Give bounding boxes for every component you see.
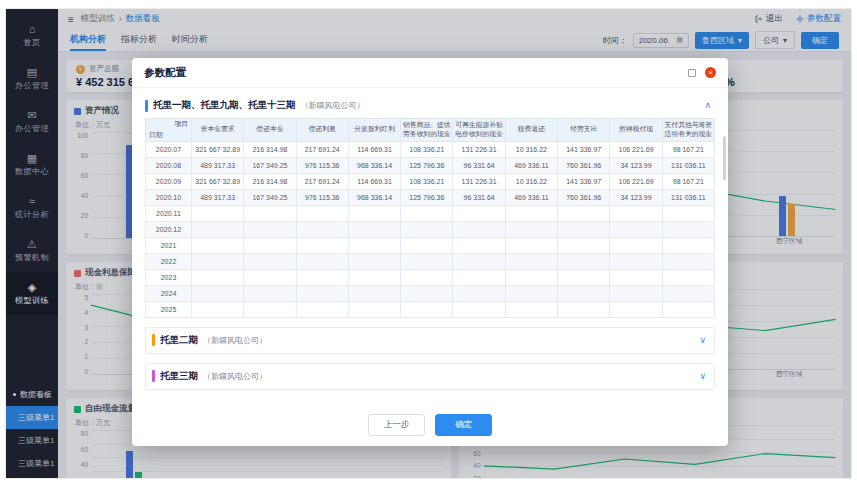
value-cell [610,269,662,285]
table-row[interactable]: 2022 [146,253,715,269]
value-cell: 114 669.31 [348,173,400,189]
value-cell [453,205,505,221]
fullscreen-icon[interactable] [688,69,696,77]
table-row[interactable]: 2025 [146,301,715,317]
value-cell [244,285,296,301]
value-cell [348,237,400,253]
value-cell: 131 226.31 [453,173,505,189]
value-cell [192,205,244,221]
value-cell [558,285,610,301]
value-cell: 489 317.33 [192,157,244,173]
value-cell [453,237,505,253]
section-title: 托里三期 [160,370,198,383]
value-cell: 976 115.36 [296,157,348,173]
value-cell: 489 317.33 [192,189,244,205]
value-cell [244,269,296,285]
value-cell: 98 167.21 [662,173,714,189]
value-cell [192,269,244,285]
value-cell [453,269,505,285]
value-cell: 167 349.25 [244,189,296,205]
value-cell [401,253,453,269]
date-cell: 2021 [146,237,192,253]
value-cell [401,269,453,285]
value-cell [401,237,453,253]
table-row[interactable]: 2020.12 [146,221,715,237]
value-cell [610,237,662,253]
column-header: 税费返还 [505,119,557,142]
chevron-up-icon[interactable]: ∧ [704,101,711,110]
value-cell: 131 036.11 [662,189,714,205]
value-cell: 968 336.14 [348,157,400,173]
value-cell [505,253,557,269]
value-cell [558,253,610,269]
value-cell: 10 316.22 [505,141,557,157]
table-corner-cell: 项目 日期 [146,119,192,142]
prev-step-button[interactable]: 上一步 [368,414,426,436]
table-header-row: 项目 日期 资本金需求 偿还本金 偿还利息 分派股利红利 销售商品、提供劳务收到… [146,119,715,142]
date-cell: 2020.10 [146,189,192,205]
value-cell [401,221,453,237]
date-cell: 2023 [146,269,192,285]
value-cell: 968 336.14 [348,189,400,205]
section-header-phase2[interactable]: 托里二期 （新疆风电公司） ∨ [145,327,715,354]
modal-confirm-button[interactable]: 确定 [435,414,492,436]
close-icon[interactable]: × [705,67,716,78]
value-cell: 96 331.64 [453,189,505,205]
section-title: 托里二期 [160,334,198,347]
modal-footer: 上一步 确定 [132,406,728,446]
value-cell [610,205,662,221]
value-cell [558,205,610,221]
value-cell [453,301,505,317]
column-header: 所得税付现 [610,119,662,142]
value-cell [453,221,505,237]
table-row[interactable]: 2020.09 321 667 32.89 216 314.98 217 691… [146,173,715,189]
column-header: 经营支出 [558,119,610,142]
value-cell: 167 349.25 [244,157,296,173]
value-cell [244,301,296,317]
value-cell: 321 667 32.89 [192,173,244,189]
table-row[interactable]: 2020.08 489 317.33 167 349.25 976 115.36… [146,157,715,173]
value-cell [505,205,557,221]
value-cell: 125 796.36 [401,157,453,173]
section-title: 托里一期、托里九期、托里十三期 [153,99,296,112]
value-cell: 131 036.11 [662,157,714,173]
value-cell [296,205,348,221]
value-cell [401,205,453,221]
section-header-phase1[interactable]: 托里一期、托里九期、托里十三期 （新疆风电公司） ∧ [145,95,715,118]
date-cell: 2020.09 [146,173,192,189]
value-cell [558,221,610,237]
value-cell [558,301,610,317]
value-cell [348,221,400,237]
date-cell: 2025 [146,301,192,317]
modal-body: 托里一期、托里九期、托里十三期 （新疆风电公司） ∧ 项目 日期 资本金需求 偿… [132,88,728,406]
table-row[interactable]: 2020.11 [146,205,715,221]
modal-title: 参数配置 [144,66,186,80]
value-cell: 760 361.96 [558,157,610,173]
value-cell: 321 667 32.89 [192,141,244,157]
section-company: （新疆风电公司） [301,100,365,111]
table-row[interactable]: 2021 [146,237,715,253]
value-cell: 141 336.97 [558,141,610,157]
value-cell: 976 115.36 [296,189,348,205]
table-row[interactable]: 2023 [146,269,715,285]
value-cell [401,285,453,301]
value-cell [662,221,714,237]
table-row[interactable]: 2024 [146,285,715,301]
value-cell: 141 336.97 [558,173,610,189]
param-config-modal: 参数配置 × 托里一期、托里九期、托里十三期 （新疆风电公司） ∧ [132,58,728,446]
value-cell [505,301,557,317]
value-cell [505,221,557,237]
modal-scrollbar[interactable] [723,136,726,180]
table-row[interactable]: 2020.10 489 317.33 167 349.25 976 115.36… [146,189,715,205]
section-header-phase3[interactable]: 托里三期 （新疆风电公司） ∨ [145,363,715,390]
value-cell [348,285,400,301]
value-cell [296,285,348,301]
value-cell [505,237,557,253]
chevron-down-icon[interactable]: ∨ [699,372,706,381]
value-cell: 106 221.69 [610,173,662,189]
chevron-down-icon[interactable]: ∨ [699,336,706,345]
table-row[interactable]: 2020.07 321 667 32.89 216 314.98 217 691… [146,141,715,157]
value-cell [296,253,348,269]
value-cell [348,253,400,269]
value-cell: 114 669.31 [348,141,400,157]
